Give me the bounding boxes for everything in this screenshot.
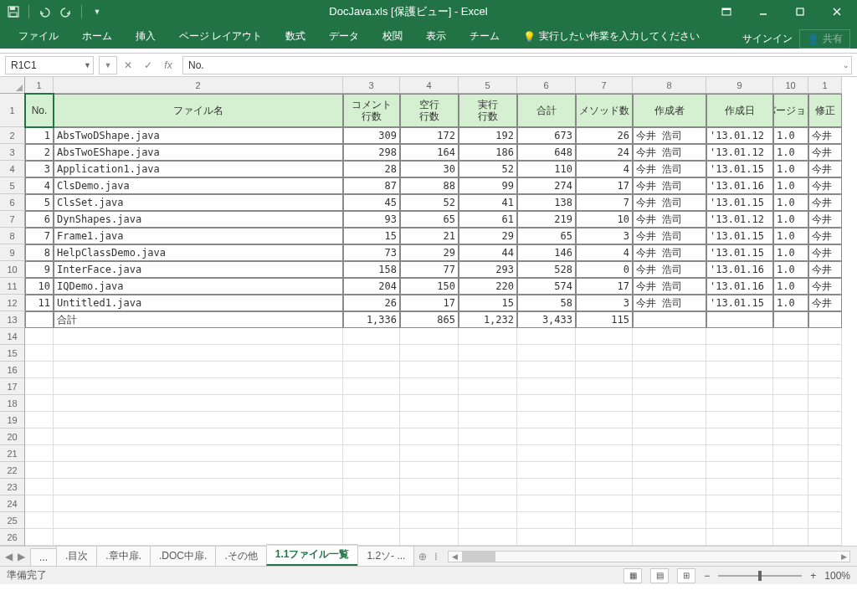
cell[interactable]: 1 — [25, 127, 54, 144]
cell[interactable]: 1.0 — [773, 278, 808, 295]
cell[interactable]: '13.01.12 — [706, 127, 773, 144]
ribbon-tab-データ[interactable]: データ — [317, 24, 371, 49]
column-header[interactable]: 1 — [25, 77, 54, 94]
cell[interactable] — [706, 362, 773, 378]
cell[interactable]: 11 — [25, 295, 54, 311]
cell[interactable] — [773, 445, 808, 462]
page-layout-view-button[interactable]: ▤ — [650, 568, 669, 583]
cell[interactable]: 合計 — [54, 311, 343, 328]
sheet-nav-next-icon[interactable]: ▶ — [18, 551, 25, 562]
cell[interactable] — [517, 412, 576, 429]
cell[interactable]: 309 — [343, 127, 400, 144]
cell[interactable]: 99 — [459, 177, 517, 194]
cell[interactable]: Untitled1.java — [54, 295, 343, 311]
cell[interactable] — [633, 529, 706, 546]
cell[interactable] — [808, 395, 842, 412]
cell[interactable]: 今井 浩司 — [633, 211, 706, 228]
cell[interactable]: 17 — [400, 295, 459, 311]
cell[interactable]: 219 — [517, 211, 576, 228]
cell[interactable]: 今井 浩司 — [633, 295, 706, 311]
cell[interactable]: AbsTwoDShape.java — [54, 127, 343, 144]
column-header[interactable]: 6 — [517, 77, 576, 94]
cell[interactable]: 7 — [576, 194, 633, 211]
cell[interactable]: 1.0 — [773, 127, 808, 144]
cell[interactable] — [773, 529, 808, 546]
row-header[interactable]: 24 — [0, 495, 25, 512]
row-header[interactable]: 25 — [0, 512, 25, 529]
cell[interactable] — [517, 495, 576, 512]
cell[interactable] — [25, 529, 54, 546]
cell[interactable] — [517, 328, 576, 345]
ribbon-tab-ファイル[interactable]: ファイル — [7, 24, 70, 49]
ribbon-tab-校閲[interactable]: 校閲 — [371, 24, 414, 49]
cell[interactable]: 今井 浩司 — [633, 177, 706, 194]
cell[interactable] — [773, 479, 808, 495]
row-header[interactable]: 14 — [0, 328, 25, 345]
cell[interactable] — [459, 529, 517, 546]
cell[interactable] — [808, 429, 842, 445]
cell[interactable] — [343, 429, 400, 445]
cell[interactable]: '13.01.16 — [706, 278, 773, 295]
cell[interactable]: 今井 浩司 — [633, 228, 706, 244]
cell[interactable] — [633, 462, 706, 479]
expand-formula-icon[interactable]: ⌄ — [843, 61, 849, 69]
column-header[interactable]: 2 — [54, 77, 343, 94]
cell[interactable] — [773, 395, 808, 412]
cell[interactable] — [576, 345, 633, 362]
cell[interactable] — [400, 395, 459, 412]
column-header[interactable]: 10 — [773, 77, 808, 94]
fx-icon[interactable]: fx — [159, 56, 177, 74]
cell[interactable]: 1.0 — [773, 211, 808, 228]
row-header[interactable]: 8 — [0, 228, 25, 244]
horizontal-scrollbar[interactable]: ◀ ▶ — [448, 551, 850, 562]
cell[interactable] — [343, 362, 400, 378]
cell[interactable]: No. — [25, 94, 54, 127]
minimize-icon[interactable] — [747, 0, 780, 23]
cell[interactable] — [25, 479, 54, 495]
cell[interactable]: 41 — [459, 194, 517, 211]
row-header[interactable]: 13 — [0, 311, 25, 328]
row-header[interactable]: 15 — [0, 345, 25, 362]
ribbon-display-icon[interactable] — [710, 0, 743, 23]
cell[interactable] — [706, 529, 773, 546]
sheet-tab[interactable]: .章中扉. — [96, 546, 151, 566]
cell[interactable] — [576, 445, 633, 462]
cell[interactable] — [706, 311, 773, 328]
row-header[interactable]: 6 — [0, 194, 25, 211]
cell[interactable]: 今井 — [808, 211, 842, 228]
cell[interactable]: 合計 — [517, 94, 576, 127]
cell[interactable]: 24 — [576, 144, 633, 161]
cell[interactable]: 5 — [25, 194, 54, 211]
sign-in-link[interactable]: サインイン — [742, 32, 793, 46]
cell[interactable]: HelpClassDemo.java — [54, 244, 343, 261]
cell[interactable] — [400, 328, 459, 345]
cell[interactable] — [633, 512, 706, 529]
cell[interactable] — [400, 345, 459, 362]
spreadsheet-grid[interactable]: 123456789101 123456789101112131415161718… — [0, 77, 857, 546]
qat-customize-icon[interactable]: ▼ — [87, 2, 107, 22]
cell[interactable]: 204 — [343, 278, 400, 295]
cell[interactable] — [459, 412, 517, 429]
row-header[interactable]: 21 — [0, 445, 25, 462]
ribbon-tab-挿入[interactable]: 挿入 — [124, 24, 167, 49]
cell[interactable]: 3 — [25, 161, 54, 177]
cell[interactable]: DynShapes.java — [54, 211, 343, 228]
cell[interactable]: 今井 — [808, 295, 842, 311]
cell[interactable] — [517, 345, 576, 362]
cell[interactable] — [400, 512, 459, 529]
cell[interactable]: 今井 — [808, 244, 842, 261]
cell[interactable]: 648 — [517, 144, 576, 161]
cell[interactable] — [576, 529, 633, 546]
cell[interactable] — [773, 362, 808, 378]
cell[interactable] — [706, 395, 773, 412]
row-header[interactable]: 9 — [0, 244, 25, 261]
cell[interactable] — [400, 479, 459, 495]
cell[interactable]: 115 — [576, 311, 633, 328]
cell[interactable] — [517, 362, 576, 378]
cell[interactable]: 574 — [517, 278, 576, 295]
cell[interactable]: 1,336 — [343, 311, 400, 328]
cell[interactable] — [459, 512, 517, 529]
cell[interactable]: 29 — [459, 228, 517, 244]
cell[interactable]: 1.0 — [773, 177, 808, 194]
cell[interactable] — [343, 479, 400, 495]
